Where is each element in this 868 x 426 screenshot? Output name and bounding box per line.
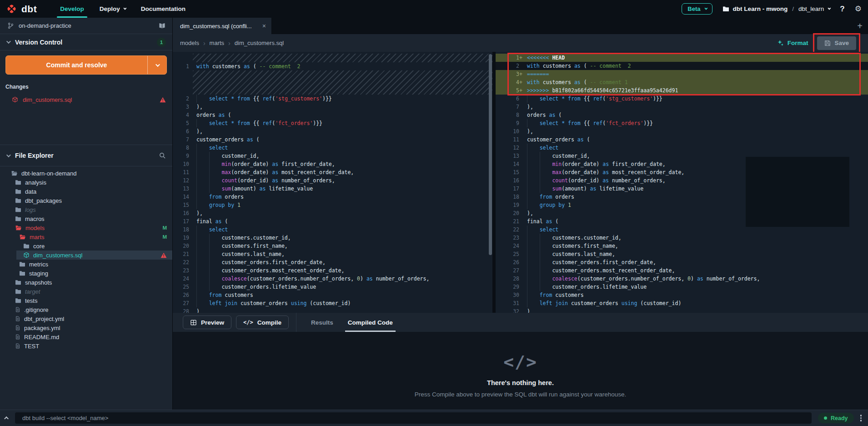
tree-item-analysis[interactable]: analysis xyxy=(0,178,172,187)
main-content: dim_customers.sql (confli... × + models … xyxy=(173,18,868,410)
main-nav: Develop Deploy Documentation xyxy=(52,0,193,18)
editor-scrollbar-thumb[interactable] xyxy=(489,54,492,255)
tree-item-label: marts xyxy=(30,234,45,241)
code-line-4: 4+with customers as ( -- comment 1 xyxy=(496,78,868,86)
new-tab-button[interactable]: + xyxy=(857,21,863,30)
code-line-27: 27customer_orders.most_recent_order_date… xyxy=(496,266,868,275)
code-line-19: 19customers.customer_id, xyxy=(173,234,492,242)
compile-button[interactable]: </> Compile xyxy=(236,316,289,329)
tree-item-snapshots[interactable]: snapshots xyxy=(0,278,172,287)
toolbar-divider xyxy=(296,313,296,332)
tab-dim-customers[interactable]: dim_customers.sql (confli... × xyxy=(173,18,272,34)
tree-item-dim-customers-sql[interactable]: dim_customers.sql xyxy=(0,251,172,260)
folder-open-icon xyxy=(15,225,22,231)
file-explorer-header[interactable]: File Explorer xyxy=(0,145,172,166)
minimap-overlay xyxy=(746,157,849,227)
tree-item-data[interactable]: data xyxy=(0,187,172,196)
code-line-4: 4orders as ( xyxy=(173,111,492,119)
folder-icon xyxy=(15,189,21,194)
nav-develop[interactable]: Develop xyxy=(52,0,92,18)
file-icon xyxy=(15,316,20,322)
chevron-down-icon xyxy=(6,153,11,157)
model-cube-icon xyxy=(12,96,18,103)
tree-item-macros[interactable]: macros xyxy=(0,214,172,223)
commit-and-resolve-button[interactable]: Commit and resolve xyxy=(5,55,167,75)
brand-name: dbt xyxy=(21,4,37,15)
tree-item-staging[interactable]: staging xyxy=(0,269,172,278)
tree-item-test[interactable]: TEST xyxy=(0,341,172,351)
nav-deploy[interactable]: Deploy xyxy=(92,0,133,18)
dbt-logo[interactable]: dbt xyxy=(5,3,37,15)
docs-book-icon[interactable] xyxy=(158,22,166,29)
dbt-logo-icon xyxy=(5,3,18,15)
tree-item-label: dim_customers.sql xyxy=(33,252,82,259)
editor-pane-working-file[interactable]: 1with customers as ( -- comment 22select… xyxy=(173,52,492,313)
tree-item-dbt-packages[interactable]: dbt_packages xyxy=(0,196,172,205)
commit-options-caret[interactable] xyxy=(147,56,166,74)
tree-item-dbt-project-yml[interactable]: dbt_project.yml xyxy=(0,314,172,323)
tab-results[interactable]: Results xyxy=(304,313,341,332)
empty-state: </> There's nothing here. Press Compile … xyxy=(173,332,868,410)
tree-item-core[interactable]: core xyxy=(0,241,172,251)
branch-row: on-demand-practice xyxy=(0,18,172,34)
tree-item-label: staging xyxy=(29,270,48,277)
code-line-14: 14from orders xyxy=(173,193,492,201)
format-button[interactable]: Format xyxy=(777,40,808,46)
tree-item-marts[interactable]: martsM xyxy=(0,232,172,241)
editor-pane-conflict-view[interactable]: 1+<<<<<<< HEAD2with customers as ( -- co… xyxy=(496,52,868,313)
sparkles-icon xyxy=(777,40,784,46)
beta-selector[interactable]: Beta xyxy=(682,3,712,15)
code-line-22: 22customer_orders.first_order_date, xyxy=(173,258,492,266)
folder-icon xyxy=(19,261,25,267)
search-icon[interactable] xyxy=(159,152,166,159)
file-icon xyxy=(15,334,20,340)
kebab-menu-icon[interactable] xyxy=(860,415,862,421)
floppy-save-icon xyxy=(824,40,831,46)
tab-compiled-code[interactable]: Compiled Code xyxy=(341,313,400,332)
nav-documentation[interactable]: Documentation xyxy=(133,0,193,18)
preview-button[interactable]: Preview xyxy=(183,316,231,329)
tab-close-icon[interactable]: × xyxy=(262,22,266,30)
tree-item--gitignore[interactable]: .gitignore xyxy=(0,305,172,314)
version-control-header[interactable]: Version Control 1 xyxy=(0,34,172,50)
chevron-up-icon[interactable] xyxy=(5,416,9,420)
code-line-21: 21customers.last_name, xyxy=(173,250,492,258)
tree-item-packages-yml[interactable]: packages.yml xyxy=(0,323,172,332)
code-line-24: 24coalesce(customer_orders.number_of_ord… xyxy=(173,275,492,283)
breadcrumb-models: models xyxy=(180,40,199,46)
tree-item-models[interactable]: modelsM xyxy=(0,223,172,232)
command-input[interactable]: dbt build --select <model_name> xyxy=(15,412,812,424)
tree-item-dbt-learn-on-demand[interactable]: dbt-learn-on-demand xyxy=(0,169,172,178)
tree-item-logs[interactable]: logs xyxy=(0,205,172,214)
tree-item-label: models xyxy=(25,225,45,231)
changed-file-dim-customers[interactable]: dim_customers.sql xyxy=(0,94,172,105)
changes-count-badge: 1 xyxy=(157,38,166,47)
tree-item-label: .gitignore xyxy=(24,306,48,313)
tree-item-target[interactable]: target xyxy=(0,287,172,296)
navbar-right: Beta dbt Learn - mwong / dbt_learn ? ⚙ xyxy=(682,3,862,15)
code-line-11: 11customer_orders as ( xyxy=(496,135,868,144)
tab-title: dim_customers.sql (confli... xyxy=(180,23,252,30)
modified-badge: M xyxy=(162,225,167,231)
tree-item-tests[interactable]: tests xyxy=(0,296,172,305)
folder-icon xyxy=(15,280,21,285)
code-line-15: 15group by 1 xyxy=(173,201,492,209)
code-line-10: 10), xyxy=(496,127,868,135)
pane-divider[interactable] xyxy=(492,52,496,313)
tree-item-metrics[interactable]: metrics xyxy=(0,260,172,269)
save-button[interactable]: Save xyxy=(817,36,856,50)
tree-item-label: data xyxy=(25,188,36,195)
tree-item-label: macros xyxy=(25,216,45,222)
help-icon[interactable]: ? xyxy=(840,5,844,14)
code-line-23: 23customers.customer_id, xyxy=(496,234,868,242)
tree-item-readme-md[interactable]: README.md xyxy=(0,332,172,341)
changed-file-name: dim_customers.sql xyxy=(23,96,72,103)
account-project-selector[interactable]: dbt Learn - mwong / dbt_learn xyxy=(722,5,830,12)
tree-item-label: logs xyxy=(25,206,36,213)
tree-item-label: metrics xyxy=(29,261,48,268)
folder-icon xyxy=(23,243,30,249)
command-bar: dbt build --select <model_name> Ready xyxy=(0,410,868,426)
status-badge-ready[interactable]: Ready xyxy=(818,413,854,423)
gear-icon[interactable]: ⚙ xyxy=(855,4,862,14)
sidebar: on-demand-practice Version Control 1 Com… xyxy=(0,18,173,410)
